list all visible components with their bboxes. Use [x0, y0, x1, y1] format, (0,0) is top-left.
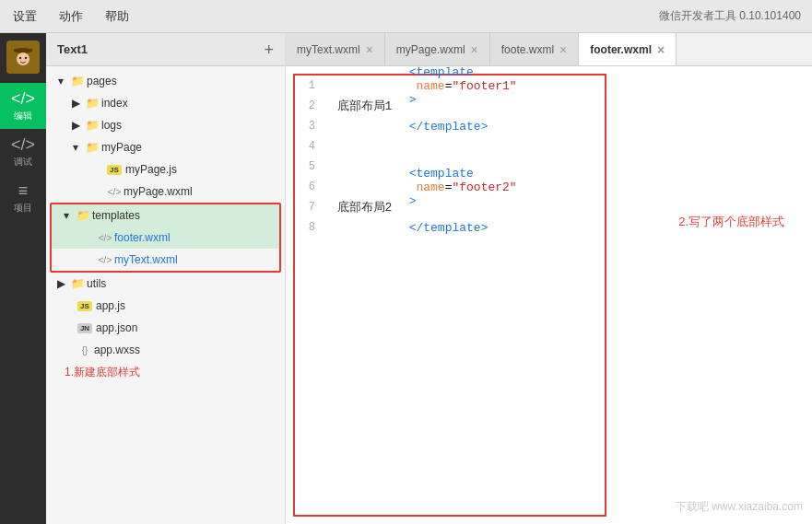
svg-point-4 — [19, 57, 21, 59]
tab-mytext-close[interactable]: × — [366, 43, 373, 56]
folder-icon-mypage: 📁 — [85, 141, 100, 154]
tree-label-utils: utils — [87, 277, 106, 290]
menu-items: 设置 动作 帮助 — [11, 5, 131, 29]
tree-item-app-js[interactable]: JS app.js — [46, 295, 285, 317]
tree-item-templates[interactable]: ▾ 📁 templates — [52, 204, 279, 227]
wxml-badge-icon: </> — [107, 187, 122, 197]
js-badge-icon: JS — [107, 165, 122, 175]
tree-label-app-js: app.js — [96, 299, 125, 312]
chevron-right-icon-utils: ▶ — [53, 277, 68, 290]
tab-footer-close[interactable]: × — [657, 43, 665, 56]
folder-icon-logs: 📁 — [85, 119, 100, 132]
tree-item-logs[interactable]: ▶ 📁 logs — [46, 114, 285, 136]
add-file-button[interactable]: + — [264, 41, 274, 58]
line-num-8: 8 — [295, 221, 323, 234]
sidebar-icon-project[interactable]: ≡ 项目 — [0, 175, 46, 221]
tree-item-index[interactable]: ▶ 📁 index — [46, 92, 285, 114]
wxml-badge-mytext: </> — [98, 255, 112, 265]
icon-sidebar: </> 编辑 </> 调试 ≡ 项目 — [0, 33, 46, 524]
tree-item-pages[interactable]: ▾ 📁 pages — [46, 70, 285, 92]
sidebar-icon-edit[interactable]: </> 编辑 — [0, 83, 46, 129]
file-tree-content: ▾ 📁 pages ▶ 📁 index ▶ 📁 logs ▾ 📁 myPage — [46, 66, 285, 524]
tree-item-utils[interactable]: ▶ 📁 utils — [46, 273, 285, 295]
tab-mypage-label: myPage.wxml — [396, 43, 465, 56]
debug-label: 调试 — [14, 156, 32, 169]
code-line-1: 1 <template name="footer1" > — [295, 76, 605, 96]
tree-label-app-json: app.json — [96, 321, 137, 334]
wxss-badge-app: {} — [77, 345, 92, 355]
tab-footer-wxml[interactable]: footer.wxml × — [579, 33, 677, 66]
folder-icon-index: 📁 — [85, 97, 100, 110]
menu-help[interactable]: 帮助 — [103, 5, 131, 29]
tree-label-app-wxss: app.wxss — [94, 344, 140, 356]
tree-item-footer-wxml[interactable]: </> footer.wxml — [52, 227, 279, 249]
chevron-down-icon-mypage: ▾ — [68, 141, 83, 154]
code-line-8: 8 </template> — [295, 217, 605, 238]
chevron-right-icon-logs: ▶ — [68, 119, 83, 132]
tree-label-mypage: myPage — [101, 141, 142, 154]
folder-icon: 📁 — [70, 75, 85, 87]
tree-label-logs: logs — [101, 119, 122, 132]
tree-item-app-json[interactable]: JN app.json — [46, 317, 285, 339]
file-tree-header: Text1 + — [46, 33, 285, 66]
tab-mypage-wxml[interactable]: myPage.wxml × — [385, 33, 490, 66]
line-num-1: 1 — [295, 79, 323, 92]
line-content-8: </template> — [323, 207, 605, 249]
tree-item-mypage[interactable]: ▾ 📁 myPage — [46, 136, 285, 158]
editor-panel: myText.wxml × myPage.wxml × foote.wxml ×… — [286, 33, 812, 524]
tree-item-mytext-wxml[interactable]: </> myText.wxml — [52, 249, 279, 271]
project-icon: ≡ — [18, 182, 29, 199]
tab-mytext-label: myText.wxml — [297, 43, 360, 56]
tree-annotation: 1.新建底部样式 — [46, 361, 285, 380]
tree-label-mypage-js: myPage.js — [125, 163, 177, 176]
chevron-down-icon-templates: ▾ — [59, 209, 74, 222]
debug-icon: </> — [11, 136, 35, 153]
chevron-right-icon: ▶ — [68, 97, 83, 110]
file-tree-panel: Text1 + ▾ 📁 pages ▶ 📁 index ▶ 📁 logs — [46, 33, 286, 524]
tab-foote-wxml[interactable]: foote.wxml × — [490, 33, 580, 66]
tab-foote-close[interactable]: × — [559, 43, 567, 56]
svg-point-5 — [25, 57, 27, 59]
line-num-6: 6 — [295, 180, 323, 193]
annotation-text-1: 1.新建底部样式 — [65, 366, 140, 378]
code-line-3: 3 </template> — [295, 116, 605, 136]
tab-footer-label: footer.wxml — [590, 43, 652, 56]
tab-mytext-wxml[interactable]: myText.wxml × — [286, 33, 385, 66]
js-badge-app: JS — [77, 301, 92, 311]
project-title: Text1 — [57, 42, 88, 56]
folder-icon-templates: 📁 — [76, 209, 90, 222]
app-title: 微信开发者工具 0.10.101400 — [659, 8, 801, 24]
tree-label-mytext-wxml: myText.wxml — [114, 253, 178, 266]
project-label: 项目 — [14, 202, 32, 215]
svg-rect-2 — [14, 49, 32, 52]
tree-item-mypage-wxml[interactable]: </> myPage.wxml — [46, 180, 285, 203]
chevron-down-icon: ▾ — [53, 75, 68, 87]
code-editor[interactable]: 1 <template name="footer1" > 2 底部布局1 3 — [293, 74, 606, 517]
edit-label: 编辑 — [14, 110, 32, 122]
tab-mypage-close[interactable]: × — [471, 43, 478, 56]
tabs-bar: myText.wxml × myPage.wxml × foote.wxml ×… — [286, 33, 812, 66]
main-layout: </> 编辑 </> 调试 ≡ 项目 Text1 + ▾ 📁 pages — [0, 33, 812, 524]
line-num-2: 2 — [295, 99, 323, 112]
tree-label-index: index — [101, 97, 128, 110]
line-num-4: 4 — [295, 140, 323, 153]
tree-item-mypage-js[interactable]: JS myPage.js — [46, 158, 285, 180]
code-line-6: 6 <template name="footer2" > — [295, 177, 605, 197]
line-num-7: 7 — [295, 201, 323, 214]
tree-label-templates: templates — [92, 209, 140, 222]
menu-actions[interactable]: 动作 — [57, 5, 85, 29]
line-num-3: 3 — [295, 120, 323, 133]
menu-bar: 设置 动作 帮助 微信开发者工具 0.10.101400 — [0, 0, 812, 33]
templates-group: ▾ 📁 templates </> footer.wxml </> myText… — [50, 203, 281, 273]
tree-item-app-wxss[interactable]: {} app.wxss — [46, 339, 285, 361]
line-content-3: </template> — [323, 106, 605, 147]
editor-annotation: 2.写了两个底部样式 — [678, 214, 784, 230]
wxml-badge-footer: </> — [98, 233, 112, 243]
line-num-5: 5 — [295, 160, 323, 173]
edit-icon: </> — [11, 90, 35, 107]
sidebar-icon-debug[interactable]: </> 调试 — [0, 129, 46, 175]
tree-label-mypage-wxml: myPage.wxml — [124, 185, 193, 198]
menu-settings[interactable]: 设置 — [11, 5, 39, 29]
avatar[interactable] — [6, 41, 40, 74]
folder-icon-utils: 📁 — [70, 277, 85, 290]
